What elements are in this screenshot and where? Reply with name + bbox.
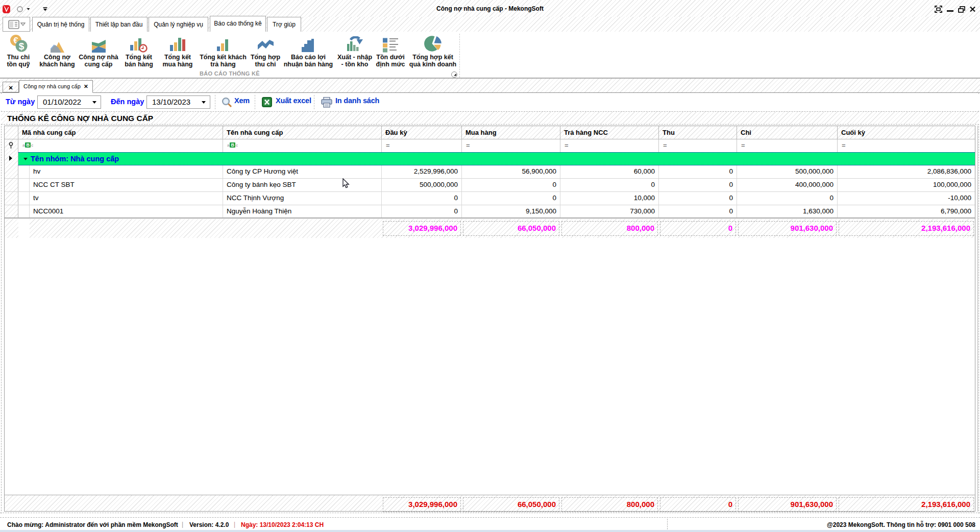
svg-text:$: $: [19, 41, 24, 52]
